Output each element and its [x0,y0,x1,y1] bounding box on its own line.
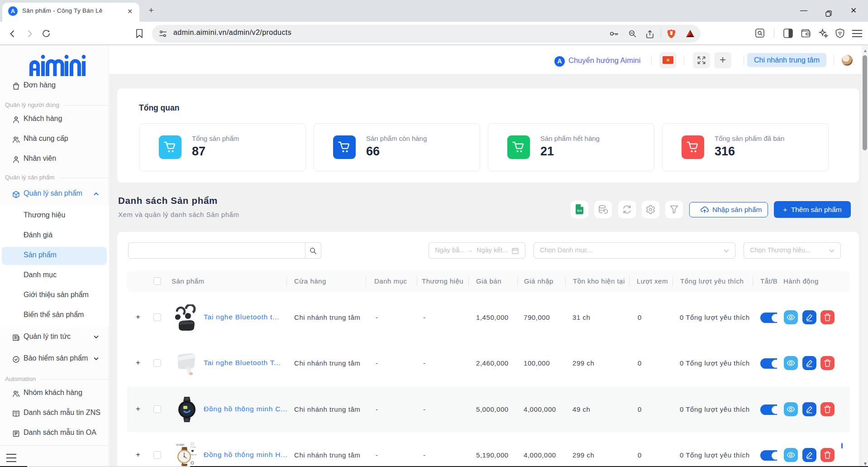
svg-text:Vi ngày: Vi ngày [190,446,196,448]
svg-text:Nhịp tim: Nhịp tim [190,453,197,456]
svg-text:XLS: XLS [577,209,582,212]
svg-text:HUAWEI: HUAWEI [176,444,184,446]
